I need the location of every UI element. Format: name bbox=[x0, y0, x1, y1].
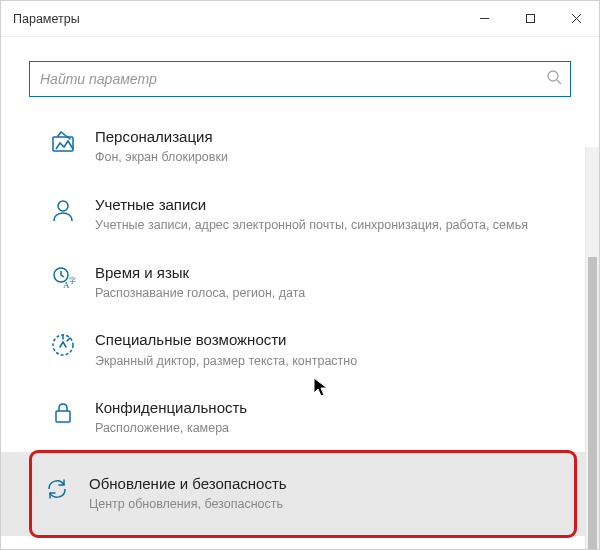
item-sub: Экранный диктор, размер текста, контраст… bbox=[95, 353, 569, 371]
item-title: Время и язык bbox=[95, 263, 569, 283]
search-icon bbox=[546, 69, 562, 89]
item-title: Персонализация bbox=[95, 127, 569, 147]
svg-rect-1 bbox=[526, 15, 534, 23]
titlebar: Параметры bbox=[1, 1, 599, 37]
maximize-button[interactable] bbox=[507, 1, 553, 36]
item-sub: Расположение, камера bbox=[95, 420, 569, 438]
search-row bbox=[1, 37, 599, 109]
ease-of-access-icon bbox=[49, 331, 77, 359]
time-language-icon: A 字 bbox=[49, 264, 77, 292]
svg-rect-12 bbox=[56, 411, 70, 422]
scrollbar[interactable] bbox=[585, 147, 599, 549]
item-time-language[interactable]: A 字 Время и язык Распознавание голоса, р… bbox=[1, 249, 599, 317]
item-title: Обновление и безопасность bbox=[89, 474, 569, 494]
window-title: Параметры bbox=[13, 12, 461, 26]
close-button[interactable] bbox=[553, 1, 599, 36]
update-security-icon bbox=[43, 475, 71, 503]
svg-point-4 bbox=[548, 71, 558, 81]
item-accounts[interactable]: Учетные записи Учетные записи, адрес эле… bbox=[1, 181, 599, 249]
search-box[interactable] bbox=[29, 61, 571, 97]
privacy-icon bbox=[49, 399, 77, 427]
item-title: Учетные записи bbox=[95, 195, 569, 215]
item-sub: Распознавание голоса, регион, дата bbox=[95, 285, 569, 303]
svg-point-7 bbox=[58, 201, 68, 211]
item-sub: Учетные записи, адрес электронной почты,… bbox=[95, 217, 569, 235]
svg-text:字: 字 bbox=[69, 277, 76, 285]
item-sub: Центр обновления, безопасность bbox=[89, 496, 569, 514]
item-personalization[interactable]: Персонализация Фон, экран блокировки bbox=[1, 113, 599, 181]
item-sub: Фон, экран блокировки bbox=[95, 149, 569, 167]
settings-list: Персонализация Фон, экран блокировки Уче… bbox=[1, 109, 599, 536]
svg-line-5 bbox=[557, 80, 561, 84]
window-controls bbox=[461, 1, 599, 36]
personalization-icon bbox=[49, 128, 77, 156]
item-privacy[interactable]: Конфиденциальность Расположение, камера bbox=[1, 384, 599, 452]
minimize-button[interactable] bbox=[461, 1, 507, 36]
item-title: Конфиденциальность bbox=[95, 398, 569, 418]
item-update-security[interactable]: Обновление и безопасность Центр обновлен… bbox=[1, 452, 599, 536]
scroll-thumb[interactable] bbox=[588, 257, 597, 549]
item-title: Специальные возможности bbox=[95, 330, 569, 350]
search-input[interactable] bbox=[40, 71, 546, 87]
accounts-icon bbox=[49, 196, 77, 224]
item-ease-of-access[interactable]: Специальные возможности Экранный диктор,… bbox=[1, 316, 599, 384]
